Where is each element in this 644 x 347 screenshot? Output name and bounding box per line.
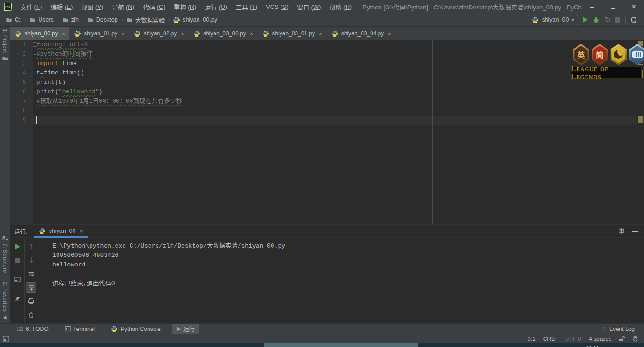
stop-button[interactable]	[615, 17, 620, 23]
close-icon[interactable]: ×	[388, 30, 391, 37]
run-configuration-select[interactable]: shiyan_00 ▾	[528, 15, 578, 25]
close-icon[interactable]: ×	[181, 30, 184, 37]
hide-panel-button[interactable]: —	[632, 227, 638, 235]
rerun-button[interactable]	[12, 241, 23, 252]
menu-item-r[interactable]: 重构 (R)	[170, 0, 201, 13]
divider	[625, 16, 626, 24]
menu-item-h[interactable]: 帮助 (H)	[325, 0, 356, 13]
menu-item-u[interactable]: 运行 (U)	[200, 0, 231, 13]
menu-item-w[interactable]: 窗口 (W)	[293, 0, 325, 13]
editor-tab-shiyan_03_01-py[interactable]: shiyan_03_01.py×	[258, 27, 326, 40]
search-everywhere-button[interactable]	[630, 17, 637, 24]
breadcrumb-item-5[interactable]: shiyan_00.py	[173, 17, 217, 24]
run-tab-shiyan-00[interactable]: shiyan_00 ×	[34, 225, 88, 238]
menu-item-e[interactable]: 编辑 (E)	[46, 0, 77, 13]
menu-item-v[interactable]: 视图 (V)	[77, 0, 107, 13]
close-icon[interactable]: ×	[79, 228, 83, 235]
event-log-button[interactable]: Event Log	[602, 326, 644, 332]
ime-badges: 英简	[567, 44, 644, 65]
inspections-hector-icon[interactable]	[632, 336, 638, 342]
sidebar-item-project[interactable]: 1: Project	[0, 29, 10, 62]
close-button[interactable]: ✕	[623, 0, 644, 13]
breadcrumb-item-0[interactable]: C:	[6, 17, 21, 23]
todo-icon	[17, 326, 23, 332]
close-icon[interactable]: ×	[319, 30, 322, 37]
gear-icon[interactable]	[619, 228, 625, 234]
fold-marker[interactable]: –	[33, 52, 37, 56]
python-icon	[15, 30, 22, 37]
minimize-button[interactable]: –	[582, 0, 603, 13]
up-stack-trace-button[interactable]: ↑	[26, 241, 36, 252]
line-number: 3	[10, 59, 33, 68]
caret-position[interactable]: 9:1	[528, 336, 536, 342]
ime-badge-bronze[interactable]: 英	[572, 44, 590, 65]
clear-all-button[interactable]	[26, 310, 36, 320]
tool-window-button-terminal[interactable]: Terminal	[60, 324, 99, 334]
ime-badge-gold[interactable]	[610, 44, 628, 65]
menu-item-c[interactable]: 代码 (C)	[139, 0, 170, 13]
ime-badge-red[interactable]: 简	[591, 44, 609, 65]
run-console-output[interactable]: E:\Python\python.exe C:/Users/zlh/Deskto…	[38, 238, 644, 323]
coverage-button[interactable]: ↻	[604, 16, 611, 24]
debug-button[interactable]	[593, 17, 600, 24]
run-panel-label: 运行:	[14, 227, 27, 236]
down-stack-trace-button[interactable]: ↓	[26, 255, 36, 265]
sidebar-item-structure[interactable]: 7: Structure	[0, 235, 10, 273]
divider	[13, 289, 22, 289]
run-configuration-value: shiyan_00	[542, 17, 569, 23]
event-log-icon	[602, 327, 606, 331]
editor-tab-shiyan_00-py[interactable]: shiyan_00.py×	[10, 27, 69, 40]
editor-tab-shiyan_01-py[interactable]: shiyan_01.py×	[70, 27, 129, 40]
taskbar-active-app[interactable]	[264, 343, 418, 347]
sidebar-item-favorites[interactable]: 2: Favorites ★	[0, 282, 10, 321]
python-icon	[74, 30, 81, 37]
print-button[interactable]	[26, 296, 36, 306]
soft-wrap-button[interactable]	[26, 269, 36, 279]
breadcrumb-item-1[interactable]: Users	[29, 17, 54, 23]
close-icon[interactable]: ×	[62, 30, 66, 37]
restore-layout-button[interactable]	[12, 274, 23, 285]
line-ending-indicator[interactable]: CRLF	[543, 336, 558, 342]
tool-window-button-todo[interactable]: 6: TODO	[12, 324, 53, 334]
close-icon[interactable]: ×	[121, 30, 125, 37]
menu-item-f[interactable]: 文件 (F)	[16, 0, 46, 13]
code-editor[interactable]: 1–2–3456789 #coding: utf-8#python的时间操作im…	[10, 40, 644, 224]
menu-item-s[interactable]: VCS (S)	[262, 0, 293, 13]
folder-icon	[62, 17, 69, 23]
breadcrumb-item-3[interactable]: Desktop	[87, 17, 118, 23]
console-line-0: E:\Python\python.exe C:/Users/zlh/Deskto…	[52, 241, 644, 251]
console-controls-column: ↑ ↓	[24, 238, 38, 323]
indent-indicator[interactable]: 4 spaces	[589, 336, 611, 342]
line-number: 5	[10, 78, 33, 87]
breadcrumb-separator: ›	[121, 17, 123, 23]
menu-bar: 文件 (F)编辑 (E)视图 (V)导航 (N)代码 (C)重构 (R)运行 (…	[16, 0, 356, 13]
ime-badge-blue[interactable]	[628, 44, 644, 65]
breadcrumb-item-2[interactable]: zlh	[62, 17, 79, 23]
pin-tab-button[interactable]	[12, 294, 23, 304]
code-line: t=time.time()	[33, 68, 637, 78]
maximize-button[interactable]	[603, 0, 623, 13]
tool-window-button-run[interactable]: 运行	[172, 324, 199, 334]
console-line-2: helloword	[52, 260, 644, 270]
stop-button[interactable]	[12, 255, 23, 265]
lock-icon[interactable]	[619, 336, 625, 342]
run-button[interactable]	[583, 17, 588, 23]
menu-item-t[interactable]: 工具 (T)	[231, 0, 262, 13]
encoding-indicator[interactable]: UTF-8	[565, 336, 581, 342]
menu-item-n[interactable]: 导航 (N)	[107, 0, 139, 13]
tool-window-button-python[interactable]: Python Console	[106, 324, 165, 334]
scroll-to-end-button[interactable]	[26, 282, 36, 293]
editor-tab-shiyan_03_04-py[interactable]: shiyan_03_04.py×	[327, 27, 396, 40]
code-line: print("helloword")	[33, 87, 637, 97]
fold-marker[interactable]: –	[33, 42, 37, 47]
line-number: 7	[10, 97, 33, 106]
editor-tab-shiyan_03_00-py[interactable]: shiyan_03_00.py×	[189, 27, 257, 40]
line-number: 4	[10, 68, 33, 78]
breadcrumb: C:›Users›zlh›Desktop›大数据实验›shiyan_00.py	[0, 16, 528, 25]
editor-tab-shiyan_02-py[interactable]: shiyan_02.py×	[130, 27, 189, 40]
tool-window-switcher-icon[interactable]	[3, 336, 9, 342]
breadcrumb-item-4[interactable]: 大数据实验	[126, 16, 165, 25]
console-line-4: 进程已结束,退出代码0	[52, 279, 644, 289]
star-icon: ★	[2, 314, 8, 321]
close-icon[interactable]: ×	[250, 30, 254, 37]
